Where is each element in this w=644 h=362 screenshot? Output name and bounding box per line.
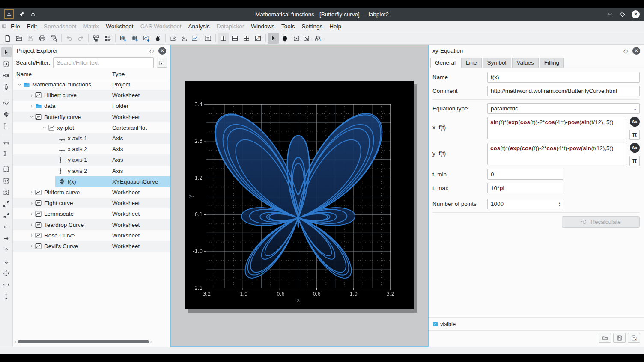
shift-left-button[interactable] <box>1 222 12 232</box>
scale-auto-button[interactable] <box>1 268 12 278</box>
tree-row[interactable]: ›LemniscateWorksheet <box>13 208 170 219</box>
tree-row[interactable]: ›Devil's CurveWorksheet <box>13 241 170 252</box>
search-input[interactable]: Search/Filter text <box>53 57 154 68</box>
tab-filling[interactable]: Filling <box>540 58 564 68</box>
load-template-button[interactable] <box>599 333 611 343</box>
horizontal-scrollbar[interactable]: ‹ › <box>15 340 168 344</box>
tab-symbol[interactable]: Symbol <box>483 58 511 68</box>
dropdown-caret-icon[interactable]: ⌄ <box>199 36 202 40</box>
butterfly-plot-canvas[interactable] <box>185 81 414 309</box>
new-folder-button[interactable] <box>90 33 102 44</box>
new-datapicker-button[interactable] <box>152 33 164 44</box>
pointer-button[interactable] <box>268 33 279 44</box>
select-region-button[interactable] <box>291 33 302 44</box>
tree-row[interactable]: f(x)XYEquationCurve <box>13 176 170 187</box>
tab-general[interactable]: General <box>430 58 460 68</box>
close-panel-icon[interactable]: ✕ <box>632 47 640 55</box>
shift-up-button[interactable] <box>1 245 12 255</box>
scroll-left-icon[interactable]: ‹ <box>15 340 16 344</box>
comment-input[interactable]: http://mathworld.wolfram.com/ButterflyCu… <box>487 86 640 96</box>
insert-constant-button[interactable]: π <box>629 130 640 140</box>
expander-icon[interactable]: › <box>17 81 23 88</box>
print-preview-button[interactable] <box>48 33 60 44</box>
chevron-down-icon[interactable] <box>607 11 613 18</box>
zoom-select-button[interactable] <box>1 164 12 174</box>
add-equation-curve-button[interactable] <box>1 109 12 119</box>
zoom-fit-button[interactable]: ⌄ <box>302 33 314 44</box>
expander-icon[interactable]: › <box>28 92 35 98</box>
expander-icon[interactable]: › <box>28 189 35 195</box>
t-min-input[interactable]: 0 <box>487 169 564 180</box>
scale-auto-y-button[interactable] <box>1 291 12 301</box>
visible-checkbox[interactable]: ✓ <box>433 322 438 326</box>
spinbox-arrows-icon[interactable]: ▲▼ <box>558 202 561 206</box>
close-panel-icon[interactable]: ✕ <box>158 47 166 55</box>
expander-icon[interactable]: › <box>28 243 35 249</box>
worksheet-view[interactable] <box>170 45 429 347</box>
new-workbook-button[interactable] <box>102 33 113 44</box>
dropdown-caret-icon[interactable]: ⌄ <box>310 36 313 40</box>
zoom-in-button[interactable] <box>1 199 12 209</box>
new-spreadsheet-button[interactable] <box>117 33 129 44</box>
expander-icon[interactable]: › <box>28 211 35 217</box>
tab-values[interactable]: Values <box>512 58 539 68</box>
t-max-input[interactable]: 10*pi <box>487 183 564 193</box>
mouse-button[interactable] <box>279 33 291 44</box>
column-header-type[interactable]: Type <box>112 71 170 77</box>
edit-layout-button[interactable] <box>252 33 264 44</box>
tree-row[interactable]: ›Butterfly curveWorksheet <box>13 112 170 122</box>
column-header-name[interactable]: Name <box>13 71 112 77</box>
tree-row[interactable]: ›Mathematical functionsProject <box>13 79 170 90</box>
export-button[interactable] <box>179 33 191 44</box>
recalculate-button[interactable]: Recalculate <box>562 216 640 228</box>
insert-function-button[interactable]: Aa <box>630 117 640 127</box>
axis-y-button[interactable] <box>1 148 12 158</box>
expander-icon[interactable]: › <box>28 103 35 109</box>
insert-constant-button[interactable]: π <box>629 156 640 166</box>
zoom-x-select-button[interactable] <box>1 175 12 186</box>
zoom-y-select-button[interactable] <box>1 187 12 197</box>
grid-layout-button[interactable] <box>241 33 252 44</box>
float-panel-icon[interactable]: ◇ <box>149 47 154 54</box>
chevrons-up-icon[interactable] <box>30 11 36 17</box>
print-button[interactable] <box>36 33 48 44</box>
tree-row[interactable]: ›xy-plotCartesianPlot <box>13 122 170 133</box>
resize-h-button[interactable] <box>1 70 12 80</box>
menu-help[interactable]: Help <box>326 22 345 31</box>
save-template-button[interactable] <box>613 333 626 343</box>
shift-right-button[interactable] <box>1 233 12 243</box>
pin-icon[interactable] <box>19 11 25 17</box>
tree-row[interactable]: ›Piriform curveWorksheet <box>13 187 170 198</box>
float-panel-icon[interactable]: ◇ <box>623 47 628 54</box>
pointer-button[interactable] <box>1 47 12 57</box>
tree-row[interactable]: ›Hilbert curveWorksheet <box>13 90 170 101</box>
resize-v-button[interactable] <box>1 82 12 92</box>
add-curve-button[interactable] <box>1 98 12 108</box>
select-region-button[interactable] <box>1 59 12 69</box>
tree-row[interactable]: ›dataFolder <box>13 101 170 111</box>
tree-row[interactable]: ›Rose CurveWorksheet <box>13 230 170 241</box>
navigate-button[interactable]: 1⌄ <box>314 33 325 44</box>
scrollbar-thumb[interactable] <box>18 340 149 343</box>
import-button[interactable] <box>167 33 179 44</box>
menu-settings[interactable]: Settings <box>298 22 326 31</box>
dropdown-caret-icon[interactable]: ⌄ <box>322 36 325 40</box>
new-project-button[interactable] <box>2 33 13 44</box>
insert-function-button[interactable]: Aa <box>630 143 640 153</box>
y-equation-input[interactable]: cos(t)*(exp(cos(t))-2*cos(4*t)-pow(sin(t… <box>487 143 626 165</box>
split-vertical-button[interactable] <box>218 33 229 44</box>
worksheet-page[interactable] <box>185 81 414 309</box>
expander-icon[interactable]: › <box>28 232 35 238</box>
menu-worksheet[interactable]: Worksheet <box>102 22 137 31</box>
open-project-button[interactable] <box>13 33 25 44</box>
scroll-right-icon[interactable]: › <box>150 340 152 344</box>
tree-row[interactable]: y axis 1Axis <box>13 154 170 165</box>
menu-analysis[interactable]: Analysis <box>185 22 213 31</box>
dock-toggle-icon[interactable] <box>2 24 6 29</box>
filter-options-button[interactable] <box>157 58 167 68</box>
tree-row[interactable]: ›Teardrop CurveWorksheet <box>13 219 170 230</box>
tab-line[interactable]: Line <box>461 58 482 68</box>
save-as-default-button[interactable] <box>628 333 640 343</box>
tree-row[interactable]: y axis 2Axis <box>13 166 170 176</box>
menu-edit[interactable]: Edit <box>24 22 40 31</box>
